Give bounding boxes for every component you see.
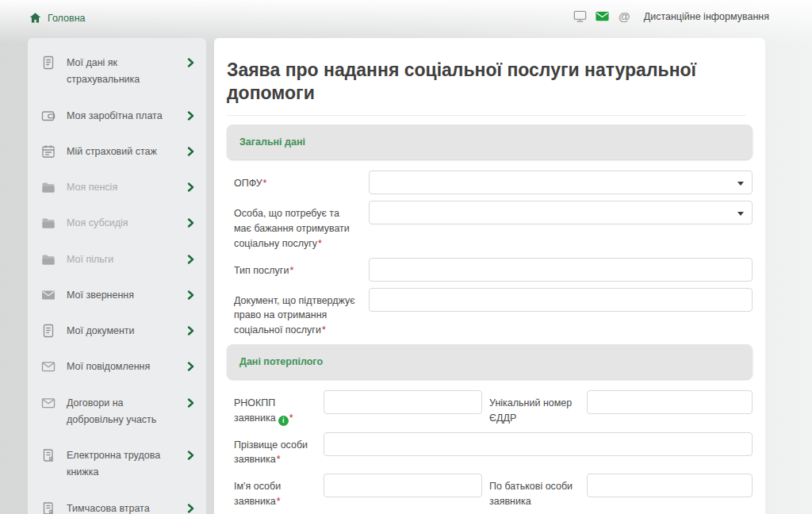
- book-icon: [40, 447, 56, 463]
- sidebar-item-label: Мої дані як страхувальника: [67, 55, 177, 89]
- eddr-input[interactable]: [587, 390, 753, 414]
- sidebar-item-label: Тимчасова втрата працездатності: [67, 501, 177, 514]
- sidebar-item-label: Мій страховий стаж: [67, 144, 177, 160]
- envelope-outline-icon: [40, 359, 56, 374]
- section-header-general: Загальні дані: [227, 125, 753, 159]
- document-icon: [40, 323, 56, 339]
- chevron-right-icon: [187, 255, 195, 267]
- calendar-icon: [40, 144, 56, 159]
- sidebar-item[interactable]: Мої дані як страхувальника: [28, 45, 206, 98]
- patronymic-input[interactable]: [587, 474, 753, 497]
- book-icon: [40, 501, 56, 514]
- info-icon[interactable]: i: [278, 416, 289, 426]
- monitor-icon[interactable]: [573, 9, 588, 24]
- chevron-right-icon: [187, 504, 195, 514]
- chevron-right-icon: [187, 290, 195, 302]
- chevron-right-icon: [187, 362, 195, 374]
- sidebar-item-label: Моя заробітна плата: [67, 108, 177, 125]
- sidebar-item-label: Електронна трудова книжка: [67, 447, 177, 481]
- field-row-service-type: Тип послуги*: [227, 258, 753, 282]
- chevron-down-icon: [737, 182, 744, 186]
- sidebar-item-label: Договори на добровільну участь: [67, 395, 177, 429]
- envelope-icon[interactable]: [595, 9, 610, 24]
- chevron-right-icon: [187, 111, 195, 123]
- chevron-right-icon: [187, 398, 195, 410]
- topbar: Головна @ Дистанційне інформування: [0, 0, 812, 33]
- field-label: Унікальний номер ЄДДР: [489, 397, 572, 424]
- field-label: РНОКПП заявника: [234, 397, 276, 424]
- required-asterisk: *: [289, 265, 293, 276]
- section-header-victim: Дані потерпілого: [227, 344, 753, 379]
- sidebar-item-label: Мої звернення: [67, 287, 177, 304]
- sidebar-item-label: Моя субсидія: [67, 215, 177, 232]
- field-label: Особа, що потребує та має бажання отриму…: [234, 208, 350, 249]
- folder-icon: [40, 179, 56, 195]
- required-asterisk: *: [289, 412, 293, 424]
- field-row-surname: Прізвище особи заявника*: [227, 432, 753, 468]
- surname-input[interactable]: [324, 432, 753, 456]
- rnokpp-input[interactable]: [324, 390, 482, 414]
- chevron-right-icon: [187, 451, 195, 462]
- required-asterisk: *: [277, 454, 281, 465]
- field-row-document: Документ, що підтверджує право на отрима…: [227, 288, 753, 338]
- required-asterisk: *: [263, 178, 267, 189]
- home-icon: [28, 10, 43, 25]
- sidebar-item[interactable]: Моя пенсія: [28, 170, 206, 205]
- field-label: ОПФУ: [234, 178, 262, 189]
- sidebar-item[interactable]: Мої повідомлення: [28, 349, 206, 385]
- field-label: По батькові особи заявника: [489, 481, 573, 507]
- main-content: Заява про надання соціальної послуги нат…: [214, 38, 765, 514]
- envelope-filled-icon: [40, 287, 56, 303]
- folder-icon: [40, 215, 56, 231]
- remote-info-link[interactable]: Дистанційне інформування: [644, 11, 769, 22]
- sidebar-item[interactable]: Мої пільги: [28, 242, 206, 278]
- sidebar-item[interactable]: Моя субсидія: [28, 205, 206, 241]
- at-icon[interactable]: @: [617, 9, 632, 24]
- field-label: Документ, що підтверджує право на отрима…: [234, 295, 355, 336]
- chevron-right-icon: [187, 218, 195, 230]
- folder-icon: [40, 251, 56, 267]
- sidebar-item[interactable]: Договори на добровільну участь: [28, 386, 206, 439]
- field-row-rnokpp-eddr: РНОКПП заявникаi* Унікальний номер ЄДДР: [227, 390, 753, 426]
- home-label: Головна: [48, 13, 86, 24]
- required-asterisk: *: [277, 496, 281, 507]
- sidebar-item[interactable]: Тимчасова втрата працездатності: [28, 491, 206, 514]
- required-asterisk: *: [318, 238, 322, 249]
- sidebar-item-label: Мої повідомлення: [67, 359, 177, 375]
- sidebar-item-label: Мої пільги: [67, 251, 177, 268]
- chevron-right-icon: [187, 326, 195, 338]
- field-label: Ім'я особи заявника: [234, 481, 281, 507]
- topbar-right: @ Дистанційне інформування: [573, 9, 769, 24]
- sidebar-item[interactable]: Мій страховий стаж: [28, 134, 206, 170]
- sidebar-item[interactable]: Електронна трудова книжка: [28, 438, 206, 491]
- wallet-icon: [40, 108, 56, 124]
- field-row-person: Особа, що потребує та має бажання отриму…: [227, 201, 753, 251]
- sidebar-item-label: Мої документи: [67, 323, 177, 339]
- opfu-select[interactable]: [369, 171, 753, 194]
- person-select[interactable]: [369, 201, 753, 224]
- envelope-outline-icon: [40, 395, 56, 411]
- sidebar-item[interactable]: Мої звернення: [28, 278, 206, 313]
- chevron-right-icon: [187, 58, 195, 70]
- document-input[interactable]: [369, 288, 753, 312]
- sidebar-item[interactable]: Мої документи: [28, 313, 206, 349]
- sidebar-item[interactable]: Моя заробітна плата: [28, 98, 206, 134]
- sidebar-item-label: Моя пенсія: [67, 179, 177, 196]
- page-title: Заява про надання соціальної послуги нат…: [227, 59, 746, 116]
- chevron-right-icon: [187, 182, 195, 194]
- field-label: Тип послуги: [234, 265, 289, 276]
- field-row-opfu: ОПФУ*: [227, 171, 753, 194]
- name-input[interactable]: [324, 474, 482, 497]
- service-type-input[interactable]: [369, 258, 753, 282]
- sidebar: Мої дані як страхувальника Моя заробітна…: [28, 38, 206, 514]
- chevron-right-icon: [187, 147, 195, 159]
- document-icon: [40, 55, 56, 71]
- chevron-down-icon: [737, 212, 744, 216]
- required-asterisk: *: [322, 324, 326, 336]
- home-link[interactable]: Головна: [28, 10, 86, 25]
- field-label: Прізвище особи заявника: [234, 439, 308, 466]
- field-row-name-patronymic: Ім'я особи заявника* По батькові особи з…: [227, 474, 753, 509]
